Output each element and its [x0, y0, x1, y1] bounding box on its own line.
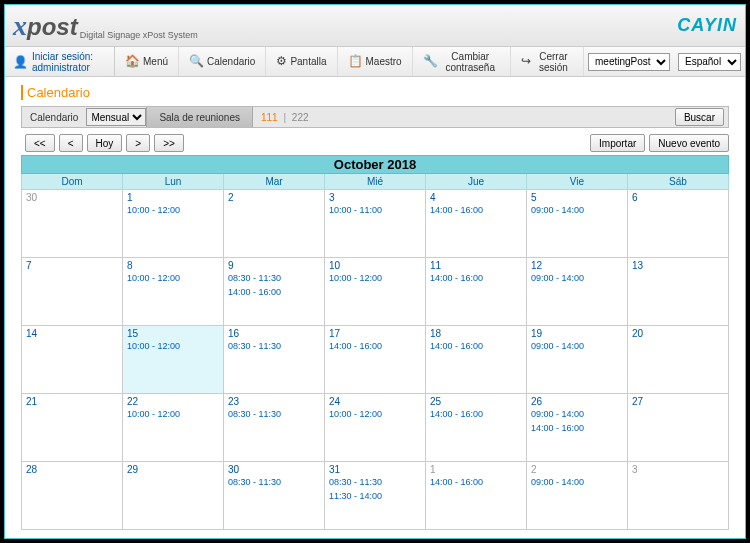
calendar-event[interactable]: 09:00 - 14:00: [531, 273, 623, 285]
day-cell[interactable]: 3008:30 - 11:30: [224, 462, 325, 530]
search-button[interactable]: Buscar: [675, 108, 724, 126]
day-cell[interactable]: 3: [628, 462, 729, 530]
day-cell[interactable]: 1814:00 - 16:00: [426, 326, 527, 394]
room-tab[interactable]: Sala de reuniones: [146, 107, 253, 127]
calendar-event[interactable]: 10:00 - 11:00: [329, 205, 421, 217]
day-number: 12: [531, 260, 623, 271]
nav-today[interactable]: Hoy: [87, 134, 123, 152]
menu-logout[interactable]: ↪Cerrar sesión: [511, 47, 584, 76]
day-cell[interactable]: 13: [628, 258, 729, 326]
calendar-event[interactable]: 10:00 - 12:00: [127, 273, 219, 285]
login-label: Iniciar sesión:: [32, 51, 93, 62]
calendar-event[interactable]: 14:00 - 16:00: [430, 341, 522, 353]
room-other[interactable]: 222: [292, 112, 309, 123]
day-cell[interactable]: 209:00 - 14:00: [527, 462, 628, 530]
day-number: 3: [329, 192, 421, 203]
calendar-event[interactable]: 14:00 - 16:00: [430, 477, 522, 489]
day-cell[interactable]: 6: [628, 190, 729, 258]
language-select[interactable]: Español: [678, 53, 741, 71]
calendar-event[interactable]: 14:00 - 16:00: [430, 273, 522, 285]
day-cell[interactable]: 14: [22, 326, 123, 394]
day-cell[interactable]: 2410:00 - 12:00: [325, 394, 426, 462]
calendar-event[interactable]: 14:00 - 16:00: [228, 287, 320, 299]
module-select[interactable]: meetingPost: [588, 53, 670, 71]
day-cell[interactable]: 3108:30 - 11:3011:30 - 14:00: [325, 462, 426, 530]
day-number: 11: [430, 260, 522, 271]
calendar-event[interactable]: 10:00 - 12:00: [127, 341, 219, 353]
day-cell[interactable]: 810:00 - 12:00: [123, 258, 224, 326]
calendar-event[interactable]: 08:30 - 11:30: [228, 341, 320, 353]
day-cell[interactable]: 310:00 - 11:00: [325, 190, 426, 258]
import-button[interactable]: Importar: [590, 134, 645, 152]
menu-password[interactable]: 🔧Cambiar contraseña: [413, 47, 511, 76]
dow-header: Mar: [224, 174, 325, 190]
day-cell[interactable]: 114:00 - 16:00: [426, 462, 527, 530]
day-number: 30: [228, 464, 320, 475]
day-cell[interactable]: 1608:30 - 11:30: [224, 326, 325, 394]
room-active[interactable]: 111: [261, 112, 278, 123]
nav-last[interactable]: >>: [154, 134, 184, 152]
day-cell[interactable]: 28: [22, 462, 123, 530]
day-cell[interactable]: 21: [22, 394, 123, 462]
logo: xpost Digital Signage xPost System: [13, 10, 198, 42]
day-cell[interactable]: 7: [22, 258, 123, 326]
day-cell[interactable]: 2308:30 - 11:30: [224, 394, 325, 462]
day-cell[interactable]: 1714:00 - 16:00: [325, 326, 426, 394]
menu-home[interactable]: 🏠Menú: [115, 47, 179, 76]
calendar-event[interactable]: 14:00 - 16:00: [430, 205, 522, 217]
day-number: 22: [127, 396, 219, 407]
menu-screen[interactable]: ⚙Pantalla: [266, 47, 337, 76]
calendar-event[interactable]: 10:00 - 12:00: [127, 205, 219, 217]
calendar-event[interactable]: 09:00 - 14:00: [531, 409, 623, 421]
calendar-event[interactable]: 08:30 - 11:30: [228, 409, 320, 421]
day-cell[interactable]: 2210:00 - 12:00: [123, 394, 224, 462]
calendar-event[interactable]: 09:00 - 14:00: [531, 477, 623, 489]
calendar-event[interactable]: 10:00 - 12:00: [329, 409, 421, 421]
room-list: 111 | 222: [253, 112, 317, 123]
calendar-event[interactable]: 09:00 - 14:00: [531, 341, 623, 353]
day-cell[interactable]: 20: [628, 326, 729, 394]
nav-first[interactable]: <<: [25, 134, 55, 152]
day-number: 7: [26, 260, 118, 271]
view-select[interactable]: Mensual: [86, 108, 146, 126]
filter-bar: Calendario Mensual Sala de reuniones 111…: [21, 106, 729, 128]
calendar-event[interactable]: 10:00 - 12:00: [127, 409, 219, 421]
calendar-event[interactable]: 14:00 - 16:00: [329, 341, 421, 353]
dow-header: Jue: [426, 174, 527, 190]
day-cell[interactable]: 908:30 - 11:3014:00 - 16:00: [224, 258, 325, 326]
menu-master[interactable]: 📋Maestro: [338, 47, 413, 76]
day-number: 1: [127, 192, 219, 203]
calendar-event[interactable]: 08:30 - 11:30: [329, 477, 421, 489]
day-cell[interactable]: 2609:00 - 14:0014:00 - 16:00: [527, 394, 628, 462]
day-cell[interactable]: 110:00 - 12:00: [123, 190, 224, 258]
day-cell[interactable]: 2514:00 - 16:00: [426, 394, 527, 462]
day-cell[interactable]: 1209:00 - 14:00: [527, 258, 628, 326]
calendar-label: Calendario: [22, 112, 86, 123]
day-cell[interactable]: 2: [224, 190, 325, 258]
calendar-event[interactable]: 10:00 - 12:00: [329, 273, 421, 285]
day-number: 1: [430, 464, 522, 475]
room-divider: |: [283, 112, 286, 123]
calendar-event[interactable]: 14:00 - 16:00: [531, 423, 623, 435]
calendar-event[interactable]: 11:30 - 14:00: [329, 491, 421, 503]
nav-next[interactable]: >: [126, 134, 150, 152]
day-cell[interactable]: 414:00 - 16:00: [426, 190, 527, 258]
day-cell[interactable]: 27: [628, 394, 729, 462]
day-cell[interactable]: 1909:00 - 14:00: [527, 326, 628, 394]
calendar-event[interactable]: 08:30 - 11:30: [228, 477, 320, 489]
nav-prev[interactable]: <: [59, 134, 83, 152]
new-event-button[interactable]: Nuevo evento: [649, 134, 729, 152]
day-cell[interactable]: 1114:00 - 16:00: [426, 258, 527, 326]
day-number: 10: [329, 260, 421, 271]
day-number: 3: [632, 464, 724, 475]
day-cell[interactable]: 1510:00 - 12:00: [123, 326, 224, 394]
calendar-event[interactable]: 08:30 - 11:30: [228, 273, 320, 285]
day-number: 29: [127, 464, 219, 475]
menu-calendar[interactable]: 🔍Calendario: [179, 47, 266, 76]
day-cell[interactable]: 1010:00 - 12:00: [325, 258, 426, 326]
day-cell[interactable]: 29: [123, 462, 224, 530]
day-cell[interactable]: 509:00 - 14:00: [527, 190, 628, 258]
calendar-event[interactable]: 09:00 - 14:00: [531, 205, 623, 217]
day-cell[interactable]: 30: [22, 190, 123, 258]
calendar-event[interactable]: 14:00 - 16:00: [430, 409, 522, 421]
